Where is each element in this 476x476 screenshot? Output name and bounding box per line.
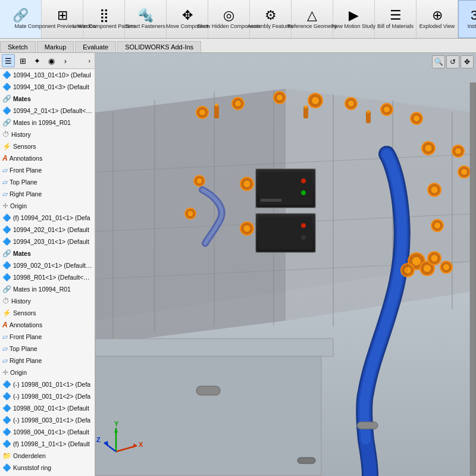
tree-item-rightplane1[interactable]: ▱Right Plane [0,188,95,200]
tree-item-icon-history1: ⏱ [2,129,10,140]
svg-text:Y: Y [114,420,119,427]
tree-item-rightplane2[interactable]: ▱Right Plane [0,355,95,367]
tree-item-text-item1: 10994_103_01<10> (Defaul [13,70,91,80]
toolbar-exploded-view[interactable]: ⊕Exploded View [416,0,458,38]
tree-item-item8[interactable]: 🔷10998_R01<1> (Default<Displa [0,271,95,283]
svg-point-52 [461,169,467,175]
svg-rect-72 [367,110,369,113]
tree-toolbar-feature-tree[interactable]: ☰ [2,54,15,67]
tree-item-item11[interactable]: 🔷10998_002_01<1> (Default [0,402,95,414]
svg-point-26 [199,109,205,115]
tree-item-topplane2[interactable]: ▱Top Plane [0,343,95,355]
tree-item-text-rightplane2: Right Plane [10,355,42,366]
tree-toolbar-property-manager[interactable]: ⊞ [16,54,29,67]
tree-toolbar: ☰⊞✦◉›› [0,53,95,69]
tree-item-item5[interactable]: 🔷10994_202_01<1> (Default [0,224,95,236]
toolbar-smart-fasteners[interactable]: 🔩Smart Fasteners [125,0,167,38]
tree-item-icon-mates1: 🔗 [2,93,11,104]
tree-item-kunststof[interactable]: 🔷Kunststof ring [0,462,95,474]
zoom-btn[interactable]: 🔍 [432,55,445,68]
tree-item-item1[interactable]: 🔷10994_103_01<10> (Defaul [0,69,95,81]
tree-item-mates1[interactable]: 🔗Mates [0,93,95,105]
tree-item-item7[interactable]: 🔷1099_002_01<1> (Default<<De [0,259,95,271]
toolbar-component-preview[interactable]: ⊞Component Preview Window [42,0,83,38]
tree-item-item9[interactable]: 🔷(-) 10998_001_01<1> (Defa [0,378,95,390]
tree-item-icon-item6: 🔷 [2,236,11,247]
tree-item-icon-item5: 🔷 [2,224,11,235]
pan-btn[interactable]: ✥ [461,55,474,68]
toolbar-bill-of-materials[interactable]: ☰Bill of Materials [375,0,416,38]
tree-toolbar-dxf[interactable]: ◉ [45,54,58,67]
tree-item-item2[interactable]: 🔷10994_108_01<3> (Default [0,81,95,93]
tree-item-item13[interactable]: 🔷10998_004_01<1> (Default [0,426,95,438]
tree-item-frontplane1[interactable]: ▱Front Plane [0,164,95,176]
tree-item-origin2[interactable]: ✛Origin [0,367,95,378]
tree-item-matesin2[interactable]: 🔗Mates in 10994_R01 [0,283,95,295]
svg-point-23 [301,223,306,228]
tree-item-text-item3: 10994_2_01<1> (Default<Displ [13,105,93,116]
tree-item-item12[interactable]: 🔷(-) 10998_003_01<1> (Defa [0,414,95,426]
tree-item-frontplane2[interactable]: ▱Front Plane [0,331,95,343]
tree-item-item4[interactable]: 🔷(f) 10994_201_01<1> (Defa [0,212,95,224]
svg-point-54 [412,257,421,265]
svg-rect-77 [298,458,315,464]
toolbar-label-bill-of-materials: Bill of Materials [377,23,414,29]
tree-toolbar-config-manager[interactable]: ✦ [30,54,43,67]
tree-item-matesin[interactable]: 🔗Mates in 10994_R01 [0,117,95,129]
tree-item-annotations2[interactable]: AAnnotations [0,319,95,331]
tree-item-history2[interactable]: ⏱History [0,295,95,307]
cad-viewport[interactable]: X Y Z 🔍 ↺ ✥ [95,53,476,476]
tree-item-item14[interactable]: 🔷(f) 10998_1_01<1> (Default [0,438,95,450]
viewport-toolbar: 🔍 ↺ ✥ [432,55,474,68]
tree-item-text-annotations2: Annotations [10,320,42,330]
tab-evaluate[interactable]: Evaluate [75,41,116,52]
rotate-btn[interactable]: ↺ [446,55,459,68]
toolbar-label-new-motion: New Motion Study [332,23,375,29]
tree-item-text-item14: (f) 10998_1_01<1> (Default [13,439,90,449]
tree-item-text-mates1: Mates [13,93,31,104]
svg-text:Z: Z [96,436,101,443]
tree-item-topplane1[interactable]: ▱Top Plane [0,176,95,188]
toolbar-reference-geometry[interactable]: △Reference Geometry [292,0,333,38]
main-area: ☰⊞✦◉›› 🔷10994_103_01<10> (Defaul🔷10994_1… [0,53,476,476]
tree-item-icon-item8: 🔷 [2,272,11,283]
tree-item-icon-origin2: ✛ [2,367,8,378]
tab-solidworks-addins[interactable]: SOLIDWORKS Add-Ins [117,41,201,52]
toolbar-new-motion[interactable]: ▶New Motion Study [333,0,375,38]
tree-item-icon-sensors1: ⚡ [2,141,11,152]
toolbar-move-component[interactable]: ✥Move Component [167,0,208,38]
tree-toolbar-chevron[interactable]: › [59,54,72,67]
tree-item-history1[interactable]: ⏱History [0,129,95,140]
tree-item-item10[interactable]: 🔷(-) 10998_001_01<2> (Defa [0,390,95,402]
tree-item-text-item8: 10998_R01<1> (Default<Displa [13,272,93,283]
tree-item-text-matesin2: Mates in 10994_R01 [13,284,71,295]
tree-item-origin1[interactable]: ✛Origin [0,200,95,212]
tree-item-onderdelen[interactable]: 📁Onderdelen [0,450,95,462]
toolbar-icon-instant3d: 3D [471,9,476,22]
tree-item-sensors1[interactable]: ⚡Sensors [0,140,95,152]
svg-rect-19 [261,199,281,202]
tree-item-mates2[interactable]: 🔗Mates [0,248,95,259]
tree-item-annotations1[interactable]: AAnnotations [0,152,95,164]
svg-point-30 [277,95,283,101]
tab-markup[interactable]: Markup [37,41,74,52]
toolbar-linear-component[interactable]: ⣿Linear Component Pattern [83,0,125,38]
tab-sketch[interactable]: Sketch [0,41,36,52]
tree-toolbar-expand[interactable]: › [86,57,93,64]
toolbar-label-exploded-view: Exploded View [419,23,455,29]
toolbar-instant3d[interactable]: 3DInstant3D [458,0,476,38]
tree-item-icon-item10: 🔷 [2,391,11,402]
tree-item-sensors2[interactable]: ⚡Sensors [0,307,95,319]
tree-item-item6[interactable]: 🔷10994_203_01<1> (Default [0,236,95,248]
toolbar-mate[interactable]: 🔗Mate [0,0,42,38]
toolbar-show-hidden[interactable]: ◎Show Hidden Components [208,0,250,38]
svg-text:X: X [139,441,143,448]
tree-item-icon-history2: ⏱ [2,296,10,306]
cad-scene: X Y Z [95,53,476,476]
toolbar-icon-component-preview: ⊞ [57,9,68,22]
tree-item-item3[interactable]: 🔷10994_2_01<1> (Default<Displ [0,105,95,117]
tree-item-icon-item1: 🔷 [2,70,11,80]
tree-item-icon-onderdelen: 📁 [2,450,11,461]
svg-point-34 [348,101,354,107]
toolbar-assembly-features[interactable]: ⚙Assembly Features [250,0,292,38]
